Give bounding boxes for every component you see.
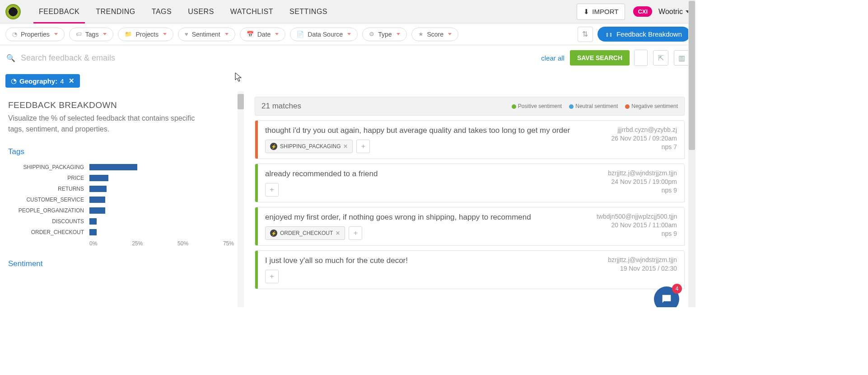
clear-all-link[interactable]: clear all — [541, 54, 565, 62]
filter-projects[interactable]: 📁Projects — [118, 28, 173, 41]
feedback-meta: twbdjn500@njjwplzcjj500.tjjn20 Nov 2015 … — [589, 207, 684, 245]
logo[interactable] — [5, 4, 21, 19]
remove-tag-icon[interactable]: ✕ — [343, 143, 348, 150]
add-tag-button[interactable]: + — [265, 270, 279, 283]
chevron-down-icon — [54, 33, 58, 35]
export-button[interactable]: ⇱ — [653, 50, 668, 66]
bar[interactable] — [89, 186, 107, 192]
chat-widget[interactable]: 4 — [654, 286, 679, 307]
feedback-text: already recommended to a friend — [265, 169, 582, 178]
chat-badge: 4 — [672, 284, 682, 294]
bar-label: SHIPPING_PACKAGING — [8, 164, 89, 170]
chart-axis: 0%25%50%75% — [89, 240, 234, 247]
feedback-breakdown-button[interactable]: ⫾⫾Feedback Breakdown — [597, 27, 690, 42]
bar-label: RETURNS — [8, 186, 89, 192]
feedback-tag[interactable]: ⚡ORDER_CHECKOUT✕ — [265, 226, 345, 240]
tags-section-title: Tags — [8, 147, 236, 156]
axis-tick: 25% — [132, 240, 143, 247]
search-icon: 🔍 — [6, 54, 15, 62]
bars-icon: ⫾⫾ — [606, 30, 613, 38]
bar-label: ORDER_CHECKOUT — [8, 229, 89, 235]
user-menu[interactable]: Wootric — [658, 8, 690, 16]
feedback-email: jjjrrbd.cyzn@yzybb.zj — [597, 126, 677, 133]
bar-label: PRICE — [8, 175, 89, 181]
columns-button[interactable]: ▥ — [674, 50, 689, 66]
feedback-card[interactable]: I just love y'all so much for the cute d… — [255, 250, 685, 289]
bar-label: DISCOUNTS — [8, 218, 89, 225]
remove-chip-icon[interactable]: ✕ — [69, 77, 75, 85]
gear-icon: ⚙ — [369, 31, 374, 38]
breakdown-panel: FEEDBACK BREAKDOWN Visualize the % of se… — [0, 91, 244, 307]
filter-sentiment[interactable]: ♥Sentiment — [178, 28, 235, 41]
feedback-card[interactable]: already recommended to a friend+bzrjjttz… — [255, 164, 685, 202]
sentiment-legend: Positive sentiment Neutral sentiment Neg… — [512, 103, 678, 109]
sort-button[interactable]: ⇅ — [578, 27, 593, 42]
bar[interactable] — [89, 229, 97, 235]
feedback-text: I just love y'all so much for the cute d… — [265, 256, 582, 265]
tag-icon: 🏷 — [76, 31, 82, 38]
nav-feedback[interactable]: FEEDBACK — [39, 0, 79, 23]
bar[interactable] — [89, 164, 137, 170]
filter-date[interactable]: 📅Date — [240, 28, 286, 41]
plus-icon: + — [270, 272, 274, 281]
nav-users[interactable]: USERS — [188, 0, 214, 23]
tag-bolt-icon: ⚡ — [270, 143, 277, 150]
tags-bar-chart: SHIPPING_PACKAGINGPRICERETURNSCUSTOMER_S… — [8, 162, 236, 238]
nav-settings[interactable]: SETTINGS — [289, 0, 327, 23]
dot-negative-icon — [625, 104, 630, 109]
filter-score[interactable]: ★Score — [411, 28, 459, 41]
feedback-date: 24 Nov 2015 / 19:00pm — [597, 178, 677, 185]
chevron-down-icon — [103, 33, 107, 35]
breakdown-title: FEEDBACK BREAKDOWN — [8, 100, 236, 110]
feedback-meta: bzrjjttz.j@wjndstrjjzm.tjjn19 Nov 2015 /… — [589, 251, 684, 289]
heart-icon: ♥ — [185, 31, 188, 38]
bar[interactable] — [89, 207, 105, 214]
match-count: 21 matches — [261, 102, 301, 111]
feedback-meta: jjjrrbd.cyzn@yzybb.zj26 Nov 2015 / 09:20… — [589, 121, 684, 159]
sentiment-section-title: Sentiment — [8, 259, 236, 268]
filter-properties[interactable]: ◔Properties — [5, 28, 65, 41]
feedback-card[interactable]: thought i'd try you out again, happy but… — [255, 120, 685, 159]
search-input[interactable] — [21, 53, 536, 63]
nav-trending[interactable]: TRENDING — [96, 0, 135, 23]
feedback-tag[interactable]: ⚡SHIPPING_PACKAGING✕ — [265, 140, 353, 153]
bar[interactable] — [89, 197, 105, 203]
plus-icon: + — [361, 142, 365, 150]
search-bar: 🔍 clear all SAVE SEARCH ⇱ ▥ — [0, 45, 695, 70]
plus-icon: + — [354, 229, 358, 237]
feedback-nps: nps 7 — [597, 143, 677, 150]
filter-data-source[interactable]: 📄Data Source — [290, 28, 358, 41]
bar[interactable] — [89, 218, 97, 225]
filter-bar: ◔Properties 🏷Tags 📁Projects ♥Sentiment 📅… — [0, 23, 695, 45]
nav-watchlist[interactable]: WATCHLIST — [230, 0, 273, 23]
filter-tags[interactable]: 🏷Tags — [69, 28, 114, 41]
feedback-email: twbdjn500@njjwplzcjj500.tjjn — [597, 213, 677, 220]
dot-neutral-icon — [569, 104, 574, 109]
feedback-nps: nps 9 — [597, 187, 677, 194]
feedback-card[interactable]: enjoyed my first order, if nothing goes … — [255, 207, 685, 246]
axis-tick: 50% — [177, 240, 188, 247]
bar[interactable] — [89, 175, 108, 181]
import-button[interactable]: ⬇IMPORT — [577, 4, 625, 20]
columns-icon: ▥ — [678, 54, 685, 62]
bar-label: PEOPLE_ORGANIZATION — [8, 207, 89, 214]
feedback-list: 21 matches Positive sentiment Neutral se… — [244, 91, 695, 307]
main-nav: FEEDBACK TRENDING TAGS USERS WATCHLIST S… — [39, 0, 577, 23]
page-scrollbar[interactable] — [688, 0, 695, 307]
filter-chip-geography[interactable]: ◔ Geography: 4 ✕ — [5, 74, 80, 88]
tag-bolt-icon: ⚡ — [270, 230, 277, 237]
add-tag-button[interactable]: + — [349, 226, 362, 240]
save-search-dropdown[interactable] — [634, 50, 648, 66]
pie-icon: ◔ — [12, 31, 17, 38]
left-scrollbar[interactable] — [238, 91, 244, 307]
add-tag-button[interactable]: + — [265, 183, 279, 197]
download-icon: ⬇ — [583, 8, 589, 16]
filter-type[interactable]: ⚙Type — [362, 28, 406, 41]
plus-icon: + — [270, 186, 274, 194]
feedback-date: 26 Nov 2015 / 09:20am — [597, 135, 677, 142]
nav-tags[interactable]: TAGS — [152, 0, 172, 23]
save-search-button[interactable]: SAVE SEARCH — [570, 50, 630, 66]
remove-tag-icon[interactable]: ✕ — [336, 230, 340, 236]
add-tag-button[interactable]: + — [356, 140, 370, 153]
matches-header: 21 matches Positive sentiment Neutral se… — [255, 97, 685, 116]
